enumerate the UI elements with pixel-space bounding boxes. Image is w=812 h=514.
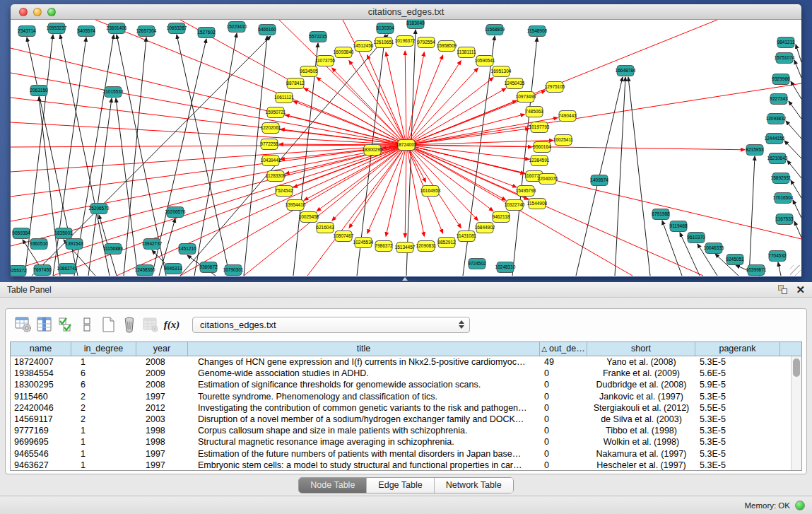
- graph-node-label: 16648784: [616, 68, 636, 73]
- memory-status-indicator[interactable]: [795, 501, 805, 510]
- graph-node-label: 1167533: [776, 216, 794, 221]
- citation-edge-red: [406, 83, 801, 145]
- graph-node-label: 21015533: [103, 89, 124, 94]
- table-cell: Hescheler et al. (1997): [587, 460, 695, 470]
- graph-node-label: 12444156: [765, 136, 785, 141]
- graph-node-label: 16210643: [767, 156, 788, 160]
- table-tabs-segmented-control: Node Table Edge Table Network Table: [298, 477, 513, 493]
- table-cell: 1997: [136, 391, 188, 402]
- graph-node-label: 1391543: [65, 241, 83, 246]
- function-builder-icon[interactable]: f(x): [161, 314, 182, 335]
- table-cell: 5.3E-5: [695, 448, 780, 460]
- table-row[interactable]: 946362711997Embryonic stem cells: a mode…: [11, 460, 791, 470]
- graph-node-label: 10553237: [47, 25, 67, 30]
- column-header-in_degree[interactable]: in_degree: [71, 342, 136, 356]
- table-toolbar: f(x) citations_edges.txt: [6, 309, 806, 340]
- table-cell: Embryonic stem cells: a model to study s…: [188, 460, 540, 470]
- graph-node-label: 9610370: [687, 235, 705, 240]
- network-window-titlebar[interactable]: citations_edges.txt: [11, 4, 801, 20]
- table-cell: 9115460: [11, 391, 71, 402]
- column-header-short[interactable]: short: [587, 342, 695, 356]
- new-column-icon[interactable]: [98, 314, 119, 335]
- unselect-all-columns-icon[interactable]: [76, 314, 98, 335]
- graph-node-label: 16951304: [491, 69, 512, 74]
- float-panel-icon[interactable]: [778, 285, 787, 294]
- table-tabs-bar: Node Table Edge Table Network Table: [0, 477, 812, 493]
- graph-node-label: 11548908: [527, 28, 548, 33]
- delete-column-icon[interactable]: [119, 314, 140, 335]
- graph-node-label: 10611121: [274, 95, 294, 100]
- column-header-pagerank[interactable]: pagerank: [695, 342, 780, 356]
- window-resize-grip[interactable]: [790, 265, 801, 276]
- citation-edge-black: [194, 33, 237, 276]
- table-cell: 2: [71, 414, 136, 425]
- table-cell: Tibbo et al. (1998): [587, 425, 695, 436]
- table-cell: 2012: [136, 402, 188, 414]
- table-cell: 0: [540, 402, 587, 414]
- table-row[interactable]: 946554611997Estimation of the future num…: [11, 448, 791, 460]
- citation-network-graph[interactable]: 1872400795601641019779374850631097349312…: [11, 20, 801, 276]
- graph-node-label: 12657304: [136, 28, 157, 33]
- graph-node-label: 9329966: [772, 76, 790, 81]
- tab-node-table[interactable]: Node Table: [299, 478, 367, 493]
- table-row[interactable]: 1456911722003Disruption of a novel membe…: [11, 414, 791, 425]
- graph-node-label: 9462118: [493, 214, 510, 219]
- show-columns-icon[interactable]: [34, 314, 55, 335]
- table-cell: 5.3E-5: [695, 460, 780, 470]
- sort-ascending-icon: △: [541, 345, 547, 353]
- table-cell: Estimation of the future numbers of pati…: [188, 448, 540, 460]
- graph-node-label: 12090831: [416, 243, 437, 248]
- table-row[interactable]: 969969511998Structural magnetic resonanc…: [11, 436, 791, 448]
- table-row[interactable]: 2242004622012Investigating the contribut…: [11, 402, 791, 414]
- graph-node-label: 16164953: [420, 188, 441, 193]
- table-row[interactable]: 1938455462009Genome-wide association stu…: [11, 368, 791, 379]
- graph-node-label: 3405574: [77, 28, 95, 33]
- select-all-columns-icon[interactable]: [55, 314, 76, 335]
- table-selector-dropdown[interactable]: citations_edges.txt: [192, 317, 470, 333]
- citation-edge-black: [124, 37, 146, 276]
- table-body: 1872400712008Changes of HCN gene express…: [11, 356, 791, 470]
- graph-node-label: 1527602: [197, 30, 216, 35]
- graph-node-label: 8130304: [376, 25, 394, 30]
- table-cell: 0: [540, 414, 587, 425]
- table-row[interactable]: 1872400712008Changes of HCN gene express…: [11, 356, 791, 368]
- memory-status-label: Memory: OK: [744, 501, 790, 510]
- graph-node-label: 14512456: [353, 43, 374, 48]
- citation-edge-red: [406, 88, 506, 145]
- column-header-name[interactable]: name: [11, 342, 71, 356]
- citation-edge-red: [406, 55, 443, 145]
- table-row[interactable]: 977716911998Corpus callosum shape and si…: [11, 425, 791, 436]
- citation-edge-black: [628, 77, 650, 276]
- graph-node-label: 22040076: [538, 176, 558, 181]
- table-cell: 49: [540, 356, 587, 368]
- graph-node-label: 6216043: [316, 225, 334, 230]
- function-builder-label: f(x): [164, 319, 180, 331]
- graph-node-label: 10025411: [553, 137, 574, 142]
- graph-node-label: 15958509: [437, 43, 457, 48]
- graph-node-label: 2063150: [30, 88, 48, 93]
- table-mode-icon[interactable]: [13, 314, 34, 335]
- table-panel-titlebar[interactable]: Table Panel ✕: [0, 282, 812, 298]
- table-vertical-scrollbar[interactable]: [791, 356, 801, 470]
- graph-node-label: 5572215: [309, 34, 327, 39]
- citation-edge-black: [615, 77, 625, 276]
- citation-edge-black: [794, 60, 801, 78]
- table-row[interactable]: 911546021997Tourette syndrome. Phenomeno…: [11, 391, 791, 402]
- graph-node-label: 18300295: [363, 147, 383, 152]
- column-header-year[interactable]: year: [136, 342, 188, 356]
- pane-splitter-handle[interactable]: [402, 277, 408, 281]
- tab-edge-table[interactable]: Edge Table: [367, 478, 434, 493]
- graph-node-label: 9255372: [11, 268, 27, 273]
- column-header-title[interactable]: title: [188, 342, 540, 356]
- network-canvas[interactable]: 1872400795601641019779374850631097349312…: [11, 20, 801, 276]
- citation-edge-red: [406, 145, 478, 221]
- table-row[interactable]: 1830029562008Estimation of significance …: [11, 379, 791, 390]
- scrollbar-thumb[interactable]: [793, 358, 800, 377]
- column-header-out_de[interactable]: △out_de…: [540, 342, 587, 356]
- table-cell: 6: [71, 368, 136, 379]
- table-cell: Disruption of a novel member of a sodium…: [188, 414, 540, 425]
- table-cell: Yano et al. (2008): [587, 356, 695, 368]
- tab-network-table[interactable]: Network Table: [435, 478, 513, 493]
- close-panel-icon[interactable]: ✕: [796, 285, 805, 294]
- table-cell: Dudbridge et al. (2008): [587, 379, 695, 390]
